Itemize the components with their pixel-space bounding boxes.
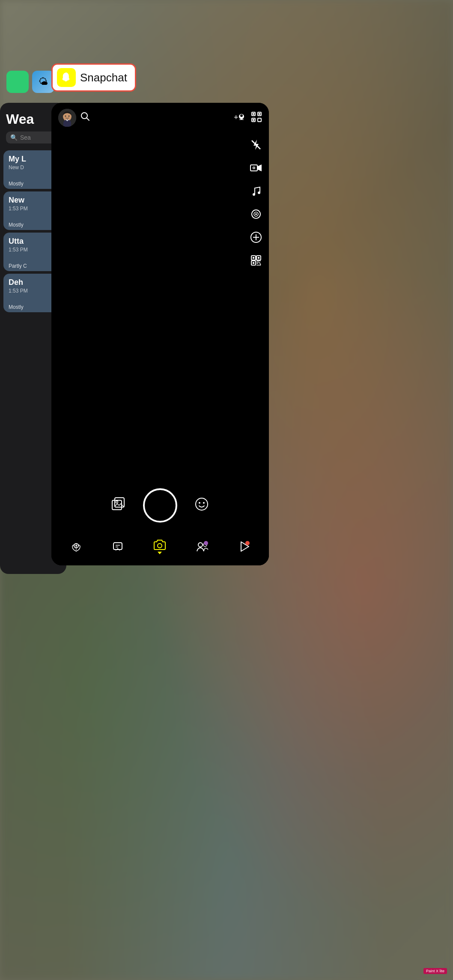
svg-point-46 xyxy=(199,502,200,504)
flash-off-svg xyxy=(250,139,262,151)
camera-nav-icon xyxy=(153,539,166,550)
search-svg xyxy=(80,112,90,121)
snapchat-topbar: + xyxy=(51,103,269,133)
time-1: New D xyxy=(9,164,58,170)
svg-point-49 xyxy=(75,545,77,547)
search-icon[interactable] xyxy=(80,112,90,124)
svg-point-9 xyxy=(240,114,243,117)
user-avatar[interactable] xyxy=(58,109,76,127)
qr-svg xyxy=(250,255,262,266)
video-record-icon[interactable] xyxy=(248,160,264,176)
search-placeholder: Sea xyxy=(20,134,31,141)
map-nav-item[interactable] xyxy=(71,541,82,552)
plus-svg xyxy=(250,232,262,243)
svg-point-23 xyxy=(253,193,255,196)
svg-line-6 xyxy=(86,118,89,120)
svg-line-39 xyxy=(259,262,261,265)
flash-off-icon[interactable] xyxy=(248,137,264,152)
spotlight-nav-item[interactable] xyxy=(239,541,250,552)
snapchat-window: + xyxy=(51,103,269,565)
svg-point-27 xyxy=(255,213,257,215)
city-2: New xyxy=(9,196,58,205)
svg-rect-13 xyxy=(258,118,261,122)
svg-point-44 xyxy=(116,501,118,503)
condition-4: Mostly xyxy=(9,304,58,310)
smile-svg xyxy=(194,497,209,511)
condition-3: Partly C xyxy=(9,263,58,269)
svg-rect-42 xyxy=(112,500,122,510)
condition-1: Mostly xyxy=(9,181,58,187)
svg-rect-14 xyxy=(253,113,254,115)
svg-marker-20 xyxy=(258,164,262,171)
svg-point-3 xyxy=(65,116,66,117)
active-indicator xyxy=(158,552,162,554)
svg-point-53 xyxy=(158,544,162,548)
svg-point-47 xyxy=(203,502,205,504)
bottom-navigation xyxy=(51,528,269,565)
svg-rect-16 xyxy=(253,119,254,121)
snapchat-app-icon xyxy=(57,68,76,87)
scan-svg xyxy=(251,111,262,122)
snapcode-scan-icon[interactable] xyxy=(251,111,262,124)
svg-rect-34 xyxy=(253,257,254,259)
add-tool-icon[interactable] xyxy=(248,230,264,245)
bitmoji-icon xyxy=(58,109,76,127)
app-switcher-label[interactable]: Snapchat xyxy=(51,63,136,92)
svg-point-54 xyxy=(198,543,203,547)
spotlight-notification-dot xyxy=(245,541,250,545)
svg-point-4 xyxy=(69,116,70,117)
watermark: Paint X lite xyxy=(423,968,447,974)
time-2: 1:53 PM xyxy=(9,206,58,212)
lens-svg xyxy=(250,209,262,220)
svg-point-24 xyxy=(258,191,260,194)
memories-icon[interactable] xyxy=(111,497,126,514)
friends-nav-item[interactable] xyxy=(196,541,209,552)
face-lens-icon[interactable] xyxy=(194,497,209,514)
add-friend-svg: + xyxy=(234,112,245,122)
time-4: 1:53 PM xyxy=(9,288,58,294)
qr-scan-icon[interactable] xyxy=(248,253,264,268)
music-icon[interactable] xyxy=(248,183,264,199)
svg-point-45 xyxy=(196,498,208,510)
svg-point-22 xyxy=(253,167,255,169)
camera-nav-item[interactable] xyxy=(153,539,166,554)
search-icon: 🔍 xyxy=(10,134,18,141)
top-right-actions: + xyxy=(234,111,262,124)
shutter-controls xyxy=(51,488,269,523)
music-svg xyxy=(251,185,261,197)
app-switcher-name: Snapchat xyxy=(80,71,127,84)
memories-svg xyxy=(111,497,126,511)
video-svg xyxy=(250,163,262,173)
camera-tools xyxy=(248,137,264,268)
camera-lens-icon[interactable] xyxy=(248,206,264,222)
ghost-icon xyxy=(60,72,72,84)
chat-nav-item[interactable] xyxy=(112,541,123,552)
mini-app-icons: 🌤 xyxy=(6,71,54,93)
svg-text:+: + xyxy=(234,113,238,122)
city-1: My L xyxy=(9,155,58,164)
chat-icon xyxy=(112,541,123,552)
city-3: Utta xyxy=(9,237,58,246)
svg-rect-36 xyxy=(253,262,254,264)
condition-2: Mostly xyxy=(9,222,58,228)
map-icon xyxy=(71,541,82,552)
svg-rect-35 xyxy=(258,257,259,259)
svg-rect-15 xyxy=(259,113,260,115)
city-4: Deh xyxy=(9,278,58,287)
green-app-icon[interactable] xyxy=(6,71,29,93)
add-friend-icon[interactable]: + xyxy=(234,112,245,123)
time-3: 1:53 PM xyxy=(9,247,58,253)
shutter-button[interactable] xyxy=(143,488,177,523)
